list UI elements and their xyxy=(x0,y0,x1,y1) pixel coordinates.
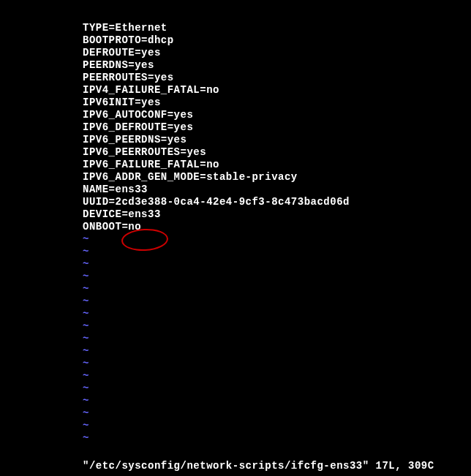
empty-line-tilde: ~ xyxy=(83,320,471,333)
empty-line-tilde: ~ xyxy=(83,407,471,420)
empty-line-tilde: ~ xyxy=(83,295,471,308)
config-line: BOOTPROTO=dhcp xyxy=(83,34,471,47)
empty-line-tilde: ~ xyxy=(83,370,471,382)
empty-line-tilde: ~ xyxy=(83,345,471,358)
empty-line-tilde: ~ xyxy=(83,246,471,258)
config-line: PEERDNS=yes xyxy=(83,59,471,72)
config-line: UUID=2cd3e388-0ca4-42e4-9cf3-8c473bacd06… xyxy=(83,196,471,208)
empty-line-tilde: ~ xyxy=(83,283,471,295)
config-line: TYPE=Ethernet xyxy=(83,22,471,34)
config-line: IPV4_FAILURE_FATAL=no xyxy=(83,84,471,97)
config-line: IPV6_PEERDNS=yes xyxy=(83,134,471,146)
empty-line-tilde: ~ xyxy=(83,271,471,283)
config-line: ONBOOT=no xyxy=(83,221,471,233)
config-line: IPV6_FAILURE_FATAL=no xyxy=(83,159,471,171)
empty-line-tilde: ~ xyxy=(83,420,471,432)
config-line: DEVICE=ens33 xyxy=(83,208,471,221)
config-line: DEFROUTE=yes xyxy=(83,47,471,59)
empty-line-tilde: ~ xyxy=(83,395,471,407)
config-line: IPV6_DEFROUTE=yes xyxy=(83,121,471,134)
empty-line-tilde: ~ xyxy=(83,333,471,345)
config-line: IPV6_ADDR_GEN_MODE=stable-privacy xyxy=(83,171,471,184)
config-line: IPV6_AUTOCONF=yes xyxy=(83,109,471,121)
empty-line-tilde: ~ xyxy=(83,358,471,370)
empty-line-tilde: ~ xyxy=(83,308,471,320)
empty-line-tilde: ~ xyxy=(83,233,471,246)
vi-editor-viewport[interactable]: TYPE=Ethernet BOOTPROTO=dhcp DEFROUTE=ye… xyxy=(0,0,471,476)
config-line: IPV6INIT=yes xyxy=(83,97,471,109)
vi-status-line: "/etc/sysconfig/network-scripts/ifcfg-en… xyxy=(83,460,434,472)
empty-line-tilde: ~ xyxy=(83,258,471,271)
config-line: NAME=ens33 xyxy=(83,184,471,196)
empty-line-tilde: ~ xyxy=(83,432,471,445)
config-line: PEERROUTES=yes xyxy=(83,72,471,84)
empty-line-tilde: ~ xyxy=(83,382,471,395)
config-line: IPV6_PEERROUTES=yes xyxy=(83,146,471,159)
